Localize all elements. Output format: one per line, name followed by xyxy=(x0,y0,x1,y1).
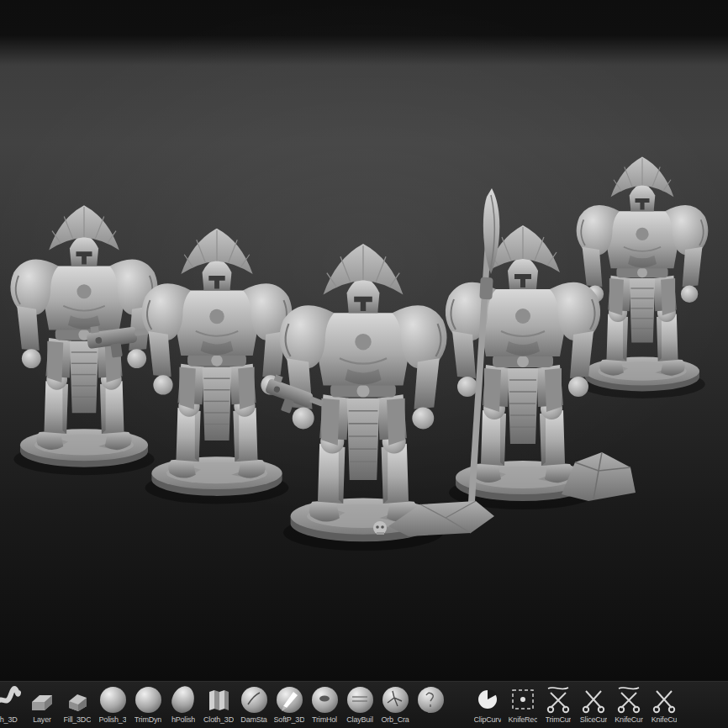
trim-dynamic-sphere-brush-icon xyxy=(134,683,162,715)
brush-label: Layer xyxy=(33,715,51,724)
brush-item-cloth[interactable]: Cloth_3D xyxy=(201,683,236,724)
brush-label: TrimHol xyxy=(312,715,337,724)
brush-item-damstandard[interactable]: DamSta xyxy=(236,683,272,724)
sphere-brush-icon xyxy=(416,683,445,715)
knife-cut-scissors-brush-icon xyxy=(650,683,678,715)
soft-paint-sphere-brush-icon xyxy=(275,683,303,715)
miniature-squad-render xyxy=(0,0,728,681)
orb-cracks-sphere-brush-icon xyxy=(381,683,409,715)
brush-label: TrimCur xyxy=(546,715,572,724)
brush-label: DamSta xyxy=(240,715,266,724)
brush-item-fill[interactable]: Fill_3DC xyxy=(60,683,95,724)
brush-label: KnifeCur xyxy=(615,715,642,724)
rock-pile xyxy=(562,452,636,501)
brush-label: SliceCur xyxy=(580,715,607,724)
brush-label: Fill_3DC xyxy=(64,715,92,724)
brush-label: KnifeRec xyxy=(509,715,538,724)
dam-standard-sphere-brush-icon xyxy=(240,683,268,715)
brush-label: SoftP_3D xyxy=(274,715,305,724)
brush-item-knifecut[interactable]: KnifeCu xyxy=(646,683,682,724)
clip-curve-brush-icon xyxy=(473,683,502,715)
brush-label: KnifeCu xyxy=(652,715,678,724)
brush-item-polish[interactable]: Polish_3 xyxy=(95,683,130,724)
brush-item-orbcracks[interactable]: Orb_Cra xyxy=(377,683,413,724)
brush-item-trimhole[interactable]: TrimHol xyxy=(307,683,342,724)
layer-brush-icon xyxy=(28,683,56,715)
brush-label: Cloth_3D xyxy=(203,715,234,724)
fill-box-brush-icon xyxy=(63,683,92,715)
brush-label: hPolish xyxy=(171,715,195,724)
brush-label: Polish_3 xyxy=(99,715,127,724)
trim-curve-scissors-brush-icon xyxy=(544,683,572,715)
knife-rect-brush-icon xyxy=(509,683,537,715)
viewport-canvas[interactable] xyxy=(0,0,728,681)
brush-item-claybuildup[interactable]: ClayBuil xyxy=(342,683,377,724)
hpolish-egg-brush-icon xyxy=(169,683,198,715)
brush-item-knifecurve[interactable]: KnifeCur xyxy=(611,683,646,724)
brush-item-softpaint[interactable]: SoftP_3D xyxy=(272,683,307,724)
brush-item-kniferect[interactable]: KnifeRec xyxy=(505,683,541,724)
brush-item-unlabeled[interactable] xyxy=(413,683,448,715)
knife-curve-scissors-brush-icon xyxy=(615,683,643,715)
brush-label: ClayBuil xyxy=(346,715,372,724)
brush-tray: ch_3D Layer Fill_3DC Polish_3 TrimDyn hP… xyxy=(0,681,728,728)
polish-sphere-brush-icon xyxy=(98,683,127,715)
cloth-pleats-brush-icon xyxy=(204,683,233,715)
app-window: ch_3D Layer Fill_3DC Polish_3 TrimDyn hP… xyxy=(0,0,728,728)
brush-item-slicecurve[interactable]: SliceCur xyxy=(576,683,611,724)
brush-item-hpolish[interactable]: hPolish xyxy=(166,683,201,724)
brush-label: TrimDyn xyxy=(135,715,161,724)
brush-label: Orb_Cra xyxy=(381,715,409,724)
trim-hole-sphere-brush-icon xyxy=(310,683,339,715)
brush-label: ch_3D xyxy=(0,715,18,724)
brush-item-trimdynamic[interactable]: TrimDyn xyxy=(130,683,166,724)
slice-curve-scissors-brush-icon xyxy=(579,683,608,715)
brush-item-pinch[interactable]: ch_3D xyxy=(0,683,24,724)
brush-item-trimcurve[interactable]: TrimCur xyxy=(541,683,576,724)
clay-buildup-sphere-brush-icon xyxy=(346,683,374,715)
wave-brush-icon xyxy=(0,683,21,715)
brush-item-layer[interactable]: Layer xyxy=(24,683,60,724)
brush-item-clipcurve[interactable]: ClipCurv xyxy=(470,683,505,724)
brush-label: ClipCurv xyxy=(474,715,502,724)
